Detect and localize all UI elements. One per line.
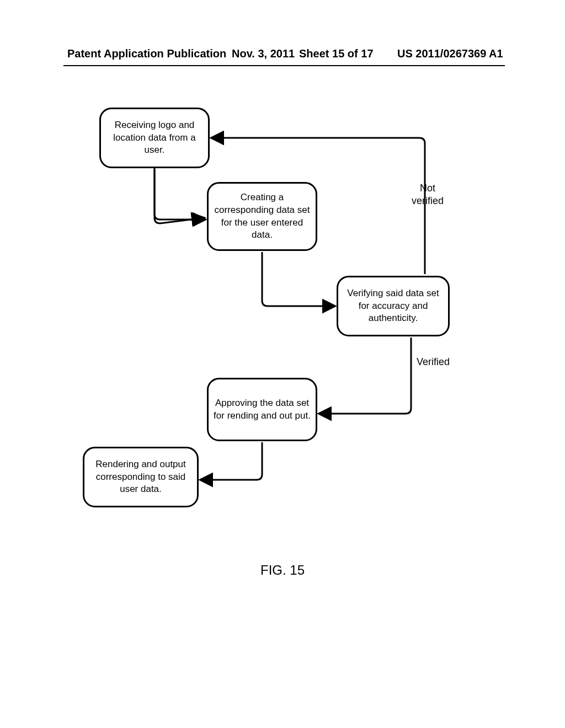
flow-box-create: Creating a corresponding data set for th… [207,182,317,251]
flow-box-approve-text: Approving the data set for rending and o… [213,397,311,422]
connector-b3-verified-b4 [319,338,411,414]
header-sheet: Sheet 15 of 17 [299,47,374,60]
flow-box-approve: Approving the data set for rending and o… [207,378,317,441]
flow-box-create-text: Creating a corresponding data set for th… [213,191,311,242]
connector-b2-b3 [262,252,335,306]
header-date: Nov. 3, 2011 [232,47,295,60]
label-verified: Verified [417,356,450,368]
figure-label: FIG. 15 [0,563,565,578]
header-rule [63,65,505,66]
page: Patent Application Publication Nov. 3, 2… [0,0,565,728]
flow-connectors [0,0,565,728]
flow-box-render: Rendering and output corresponding to sa… [83,447,199,507]
header-publication-number: US 2011/0267369 A1 [397,47,503,60]
flow-box-receive-text: Receiving logo and location data from a … [105,119,204,157]
label-not-verified: Not verified [403,182,452,208]
connector-b4-b5 [200,442,262,480]
connector-receive-to-create [154,168,204,223]
connector-b1-b2 [154,169,205,220]
flow-box-verify: Verifying said data set for accuracy and… [337,276,450,336]
flow-box-verify-text: Verifying said data set for accuracy and… [343,287,444,325]
header-publication-type: Patent Application Publication [67,47,226,60]
flow-box-receive: Receiving logo and location data from a … [99,108,210,168]
flow-box-render-text: Rendering and output corresponding to sa… [89,458,193,496]
